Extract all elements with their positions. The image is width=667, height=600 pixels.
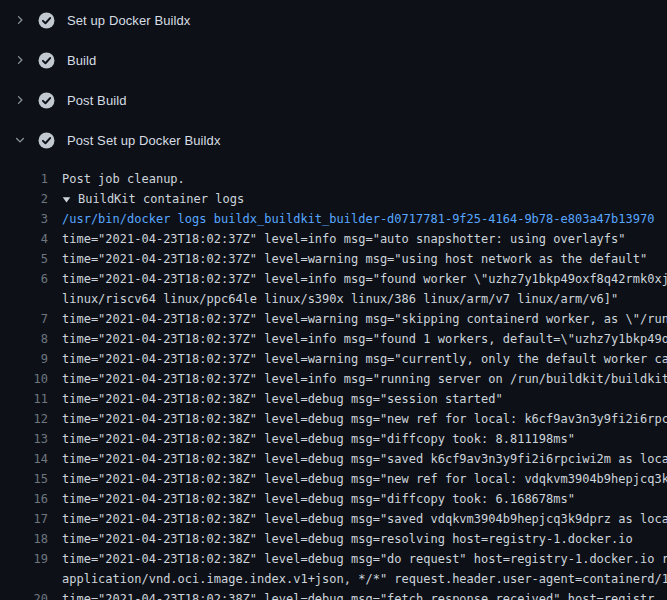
line-number[interactable]: 1	[0, 169, 48, 189]
log-group-label: BuildKit container logs	[78, 189, 244, 209]
log-command-text: /usr/bin/docker logs buildx_buildkit_bui…	[62, 209, 667, 229]
log-row: 13time="2021-04-23T18:02:38Z" level=debu…	[0, 429, 667, 449]
log-text: linux/riscv64 linux/ppc64le linux/s390x …	[62, 289, 667, 309]
line-number[interactable]: 15	[0, 469, 48, 489]
chevron-right-icon	[13, 53, 27, 67]
log-row: 14time="2021-04-23T18:02:38Z" level=debu…	[0, 449, 667, 469]
step-list: Set up Docker BuildxBuildPost BuildPost …	[0, 0, 667, 160]
line-number	[0, 569, 48, 589]
actions-log-viewer: Set up Docker BuildxBuildPost BuildPost …	[0, 0, 667, 600]
log-text: time="2021-04-23T18:02:37Z" level=info m…	[62, 269, 667, 289]
log-row: 8time="2021-04-23T18:02:37Z" level=info …	[0, 329, 667, 349]
step-label: Build	[67, 53, 96, 68]
log-row: 15time="2021-04-23T18:02:38Z" level=debu…	[0, 469, 667, 489]
log-text: time="2021-04-23T18:02:37Z" level=warnin…	[62, 249, 667, 269]
log-row: 3/usr/bin/docker logs buildx_buildkit_bu…	[0, 209, 667, 229]
log-text: time="2021-04-23T18:02:38Z" level=debug …	[62, 389, 667, 409]
log-row: application/vnd.oci.image.index.v1+json,…	[0, 569, 667, 589]
log-text: application/vnd.oci.image.index.v1+json,…	[62, 569, 667, 589]
line-number[interactable]: 12	[0, 409, 48, 429]
log-text: time="2021-04-23T18:02:38Z" level=debug …	[62, 489, 667, 509]
log-text: time="2021-04-23T18:02:37Z" level=info m…	[62, 369, 667, 389]
line-number[interactable]: 14	[0, 449, 48, 469]
chevron-right-icon	[13, 93, 27, 107]
log-text: time="2021-04-23T18:02:38Z" level=debug …	[62, 429, 667, 449]
log-text: time="2021-04-23T18:02:38Z" level=debug …	[62, 509, 667, 529]
step-header-post-set-up-docker-buildx[interactable]: Post Set up Docker Buildx	[0, 120, 667, 160]
step-label: Post Set up Docker Buildx	[67, 133, 221, 148]
line-number[interactable]: 10	[0, 369, 48, 389]
line-number[interactable]: 3	[0, 209, 48, 229]
log-row: linux/riscv64 linux/ppc64le linux/s390x …	[0, 289, 667, 309]
log-row: 6time="2021-04-23T18:02:37Z" level=info …	[0, 269, 667, 289]
log-text: time="2021-04-23T18:02:38Z" level=debug …	[62, 589, 667, 600]
log-text: time="2021-04-23T18:02:37Z" level=info m…	[62, 229, 667, 249]
line-number[interactable]: 20	[0, 589, 48, 600]
log-area: 1Post job cleanup.2BuildKit container lo…	[0, 160, 667, 600]
line-number[interactable]: 19	[0, 549, 48, 569]
step-header-set-up-docker-buildx[interactable]: Set up Docker Buildx	[0, 0, 667, 40]
log-row: 1Post job cleanup.	[0, 169, 667, 189]
chevron-right-icon	[13, 13, 27, 27]
log-row: 16time="2021-04-23T18:02:38Z" level=debu…	[0, 489, 667, 509]
step-header-build[interactable]: Build	[0, 40, 667, 80]
line-number[interactable]: 9	[0, 349, 48, 369]
success-check-icon	[38, 92, 55, 109]
line-number[interactable]: 5	[0, 249, 48, 269]
line-number[interactable]: 8	[0, 329, 48, 349]
step-header-post-build[interactable]: Post Build	[0, 80, 667, 120]
log-row: 7time="2021-04-23T18:02:37Z" level=warni…	[0, 309, 667, 329]
log-row: 17time="2021-04-23T18:02:38Z" level=debu…	[0, 509, 667, 529]
line-number[interactable]: 11	[0, 389, 48, 409]
line-number[interactable]: 16	[0, 489, 48, 509]
log-text: time="2021-04-23T18:02:38Z" level=debug …	[62, 469, 667, 489]
line-number[interactable]: 18	[0, 529, 48, 549]
chevron-down-icon	[13, 133, 27, 147]
line-number[interactable]: 13	[0, 429, 48, 449]
success-check-icon	[38, 132, 55, 149]
line-number[interactable]: 7	[0, 309, 48, 329]
log-row: 20time="2021-04-23T18:02:38Z" level=debu…	[0, 589, 667, 600]
success-check-icon	[38, 12, 55, 29]
log-row: 2BuildKit container logs	[0, 189, 667, 209]
line-number[interactable]: 6	[0, 269, 48, 289]
line-number[interactable]: 17	[0, 509, 48, 529]
log-text: time="2021-04-23T18:02:38Z" level=debug …	[62, 409, 667, 429]
step-label: Set up Docker Buildx	[67, 13, 190, 28]
log-text: time="2021-04-23T18:02:38Z" level=debug …	[62, 449, 667, 469]
log-row: 10time="2021-04-23T18:02:37Z" level=info…	[0, 369, 667, 389]
log-row: 18time="2021-04-23T18:02:38Z" level=debu…	[0, 529, 667, 549]
log-row: 11time="2021-04-23T18:02:38Z" level=debu…	[0, 389, 667, 409]
log-row: 9time="2021-04-23T18:02:37Z" level=warni…	[0, 349, 667, 369]
success-check-icon	[38, 52, 55, 69]
line-number	[0, 289, 48, 309]
log-text: time="2021-04-23T18:02:37Z" level=warnin…	[62, 349, 667, 369]
log-row: 4time="2021-04-23T18:02:37Z" level=info …	[0, 229, 667, 249]
step-label: Post Build	[67, 93, 127, 108]
log-row: 5time="2021-04-23T18:02:37Z" level=warni…	[0, 249, 667, 269]
log-row: 19time="2021-04-23T18:02:38Z" level=debu…	[0, 549, 667, 569]
line-number[interactable]: 2	[0, 189, 48, 209]
log-row: 12time="2021-04-23T18:02:38Z" level=debu…	[0, 409, 667, 429]
triangle-down-icon	[62, 195, 71, 204]
log-text: time="2021-04-23T18:02:37Z" level=info m…	[62, 329, 667, 349]
log-group-toggle[interactable]: BuildKit container logs	[62, 189, 667, 209]
log-text: time="2021-04-23T18:02:38Z" level=debug …	[62, 529, 667, 549]
log-text: Post job cleanup.	[62, 169, 667, 189]
line-number[interactable]: 4	[0, 229, 48, 249]
log-text: time="2021-04-23T18:02:37Z" level=warnin…	[62, 309, 667, 329]
log-text: time="2021-04-23T18:02:38Z" level=debug …	[62, 549, 667, 569]
